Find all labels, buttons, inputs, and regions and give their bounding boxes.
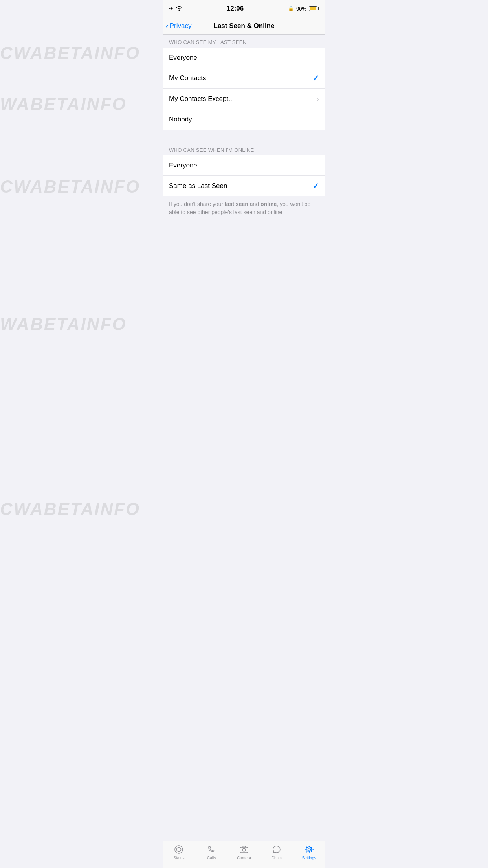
my-contacts-except-label: My Contacts Except... [169,95,234,103]
empty-space [163,221,325,338]
same-as-last-seen-label: Same as Last Seen [169,182,227,190]
nobody-label: Nobody [169,116,192,123]
same-as-last-seen-checkmark: ✓ [312,181,319,191]
my-contacts-last-checkmark: ✓ [312,74,319,83]
info-text: If you don't share your last seen and on… [163,196,325,221]
my-contacts-last-label: My Contacts [169,74,206,82]
back-button[interactable]: ‹ Privacy [166,22,191,30]
page-title: Last Seen & Online [214,22,275,30]
status-bar: ✈ 12:06 🔒 90% [163,0,325,17]
battery-percent: 90% [296,6,306,12]
section-gap-1 [163,130,325,142]
status-left: ✈ [169,6,182,12]
list-item-nobody[interactable]: Nobody [163,109,325,130]
list-item-everyone-online[interactable]: Everyone [163,155,325,176]
list-item-my-contacts-last[interactable]: My Contacts ✓ [163,68,325,89]
list-item-my-contacts-except[interactable]: My Contacts Except... › [163,89,325,109]
everyone-last-label: Everyone [169,54,197,62]
airplane-icon: ✈ [169,6,174,12]
status-right: 🔒 90% [288,6,319,12]
wifi-icon [176,6,182,12]
info-text-prefix: If you don't share your [169,201,225,207]
back-chevron-icon: ‹ [166,22,169,30]
lock-icon: 🔒 [288,6,294,11]
main-content: WHO CAN SEE MY LAST SEEN Everyone My Con… [163,35,325,371]
section-header-last-seen: WHO CAN SEE MY LAST SEEN [163,35,325,48]
online-group: Everyone Same as Last Seen ✓ [163,155,325,196]
section-header-online: WHO CAN SEE WHEN I'M ONLINE [163,142,325,155]
info-text-middle: and [248,201,261,207]
battery-icon [309,6,319,11]
info-text-bold-online: online [261,201,277,207]
last-seen-group: Everyone My Contacts ✓ My Contacts Excep… [163,48,325,130]
status-time: 12:06 [227,5,244,13]
back-label: Privacy [170,22,192,30]
nav-header: ‹ Privacy Last Seen & Online [163,17,325,35]
everyone-online-label: Everyone [169,162,197,169]
info-text-bold-last-seen: last seen [225,201,248,207]
list-item-everyone-last[interactable]: Everyone [163,48,325,68]
chevron-right-icon: › [317,96,319,103]
list-item-same-as-last-seen[interactable]: Same as Last Seen ✓ [163,176,325,196]
